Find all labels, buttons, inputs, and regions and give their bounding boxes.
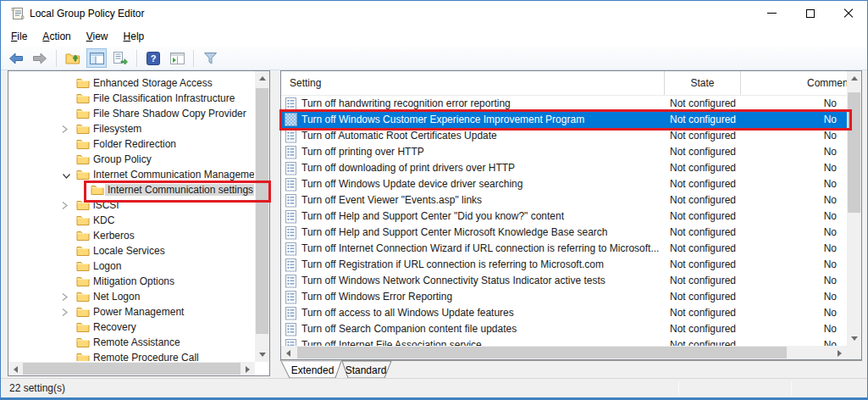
- list-row[interactable]: Turn off Windows Network Connectivity St…: [281, 273, 847, 289]
- scroll-up-icon[interactable]: [851, 76, 858, 81]
- back-arrow-icon: [8, 53, 24, 64]
- list-row[interactable]: Turn off Help and Support Center "Did yo…: [281, 208, 847, 225]
- show-console-tree-button[interactable]: [86, 48, 107, 68]
- list-row[interactable]: Turn off Registration if URL connection …: [281, 257, 847, 273]
- scroll-down-icon[interactable]: [851, 336, 858, 341]
- tree-item[interactable]: iSCSI: [9, 197, 254, 213]
- scroll-left-icon[interactable]: [14, 366, 18, 373]
- tree-item-label[interactable]: Internet Communication Management: [91, 169, 254, 181]
- list-row[interactable]: Turn off downloading of print drivers ov…: [281, 160, 847, 176]
- tree-item[interactable]: Recovery: [9, 319, 254, 335]
- tree-item[interactable]: Net Logon: [9, 289, 254, 304]
- scroll-up-icon[interactable]: [259, 76, 266, 81]
- tree-item-label[interactable]: KDC: [91, 214, 117, 226]
- tree-item[interactable]: Power Management: [9, 304, 254, 319]
- filter-button[interactable]: [200, 48, 220, 68]
- list-row[interactable]: Turn off Search Companion content file u…: [281, 321, 847, 337]
- list-row[interactable]: Turn off access to all Windows Update fe…: [281, 305, 847, 321]
- tree-item[interactable]: Group Policy: [9, 152, 254, 167]
- chevron-collapsed-icon[interactable]: [62, 201, 69, 213]
- tree-item[interactable]: Mitigation Options: [9, 274, 254, 289]
- chevron-expanded-icon[interactable]: [62, 170, 71, 182]
- scroll-down-icon[interactable]: [259, 353, 266, 357]
- tree-item[interactable]: Folder Redirection: [9, 136, 254, 152]
- minimize-button[interactable]: [753, 1, 791, 25]
- export-list-button[interactable]: [110, 48, 130, 68]
- tree-item-label[interactable]: Remote Assistance: [91, 336, 183, 348]
- help-button[interactable]: ?: [143, 48, 163, 68]
- up-one-level-button[interactable]: [63, 48, 83, 68]
- tree-item[interactable]: Logon: [9, 258, 254, 274]
- column-header-setting[interactable]: Setting: [281, 71, 664, 95]
- list-vscroll-thumb[interactable]: [848, 92, 860, 213]
- chevron-collapsed-icon[interactable]: [62, 308, 69, 319]
- scroll-left-icon[interactable]: [286, 350, 290, 357]
- column-header-state[interactable]: State: [664, 71, 740, 95]
- list-row[interactable]: Turn off Windows Error ReportingNot conf…: [281, 289, 847, 305]
- tree-item[interactable]: Remote Procedure Call: [9, 350, 254, 361]
- tree-item-label[interactable]: Mitigation Options: [91, 275, 177, 287]
- tree-item-label[interactable]: Filesystem: [91, 123, 144, 135]
- tree-item[interactable]: File Share Shadow Copy Provider: [9, 106, 254, 121]
- list-hscroll-thumb[interactable]: [297, 347, 787, 358]
- close-button[interactable]: [829, 1, 867, 25]
- tree-item-label[interactable]: iSCSI: [91, 199, 122, 211]
- list-row[interactable]: Turn off printing over HTTPNot configure…: [281, 144, 847, 160]
- list-horizontal-scrollbar[interactable]: [281, 346, 847, 359]
- tree-item[interactable]: Locale Services: [9, 243, 254, 258]
- tree-item-label[interactable]: File Share Shadow Copy Provider: [91, 108, 249, 119]
- menu-help[interactable]: Help: [116, 28, 152, 45]
- tree-item[interactable]: Internet Communication settings: [9, 182, 254, 197]
- tree-vertical-scrollbar[interactable]: [255, 71, 269, 362]
- back-button[interactable]: [6, 48, 26, 68]
- list-row[interactable]: Turn off Windows Customer Experience Imp…: [281, 112, 847, 128]
- tree-vscroll-thumb[interactable]: [256, 88, 268, 334]
- tree-item-label[interactable]: Folder Redirection: [91, 138, 179, 150]
- scroll-right-icon[interactable]: [838, 350, 842, 357]
- list-vertical-scrollbar[interactable]: [847, 71, 861, 346]
- tree-item[interactable]: KDC: [9, 213, 254, 228]
- column-header-comment[interactable]: Comment: [740, 71, 854, 95]
- chevron-collapsed-icon[interactable]: [62, 125, 69, 136]
- tree-item-label[interactable]: Logon: [91, 260, 124, 272]
- tree-item[interactable]: File Classification Infrastructure: [9, 91, 254, 106]
- tree-item-label[interactable]: Remote Procedure Call: [91, 352, 202, 361]
- chevron-collapsed-icon[interactable]: [62, 292, 69, 304]
- tree-item-label[interactable]: Locale Services: [91, 245, 168, 257]
- tree-item-label[interactable]: Recovery: [91, 321, 139, 333]
- scrollbar-corner: [847, 346, 861, 359]
- menu-action[interactable]: Action: [35, 28, 78, 45]
- tree-item-label[interactable]: Group Policy: [91, 153, 154, 165]
- tree-horizontal-scrollbar[interactable]: [8, 362, 255, 375]
- tree-item-label[interactable]: Internet Communication settings: [105, 184, 254, 196]
- tree-item[interactable]: Enhanced Storage Access: [9, 75, 254, 91]
- tree-item-label[interactable]: Kerberos: [91, 230, 137, 242]
- list-row[interactable]: Turn off Internet File Association servi…: [281, 337, 847, 346]
- forward-button[interactable]: [30, 48, 50, 68]
- tree-item[interactable]: Kerberos: [9, 228, 254, 243]
- maximize-button[interactable]: [791, 1, 829, 25]
- scroll-right-icon[interactable]: [246, 366, 250, 373]
- show-action-pane-button[interactable]: [167, 48, 187, 68]
- tree-item[interactable]: Internet Communication Management: [9, 167, 254, 182]
- menu-view[interactable]: View: [79, 28, 116, 45]
- tree-item-label[interactable]: File Classification Infrastructure: [91, 92, 237, 104]
- tree-item[interactable]: Remote Assistance: [9, 335, 254, 350]
- list-row[interactable]: Turn off Windows Update device driver se…: [281, 176, 847, 192]
- cell-setting: Turn off Help and Support Center Microso…: [301, 226, 661, 238]
- list-row[interactable]: Turn off Internet Connection Wizard if U…: [281, 241, 847, 257]
- list-row[interactable]: Turn off Automatic Root Certificates Upd…: [281, 128, 847, 144]
- folder-icon: [76, 245, 90, 256]
- menu-file[interactable]: File: [3, 28, 35, 45]
- tree-item-label[interactable]: Net Logon: [91, 291, 142, 303]
- tree-item-label[interactable]: Power Management: [91, 306, 186, 318]
- tree-item-label[interactable]: Enhanced Storage Access: [91, 77, 215, 89]
- tab-standard-label[interactable]: Standard: [346, 364, 387, 376]
- list-row[interactable]: Turn off handwriting recognition error r…: [281, 96, 847, 112]
- toolbar-separator: [193, 50, 194, 67]
- list-row[interactable]: Turn off Event Viewer "Events.asp" links…: [281, 192, 847, 208]
- tree-item[interactable]: Filesystem: [9, 121, 254, 136]
- tree-hscroll-thumb[interactable]: [23, 363, 240, 375]
- list-row[interactable]: Turn off Help and Support Center Microso…: [281, 225, 847, 241]
- tab-extended-label[interactable]: Extended: [291, 364, 334, 376]
